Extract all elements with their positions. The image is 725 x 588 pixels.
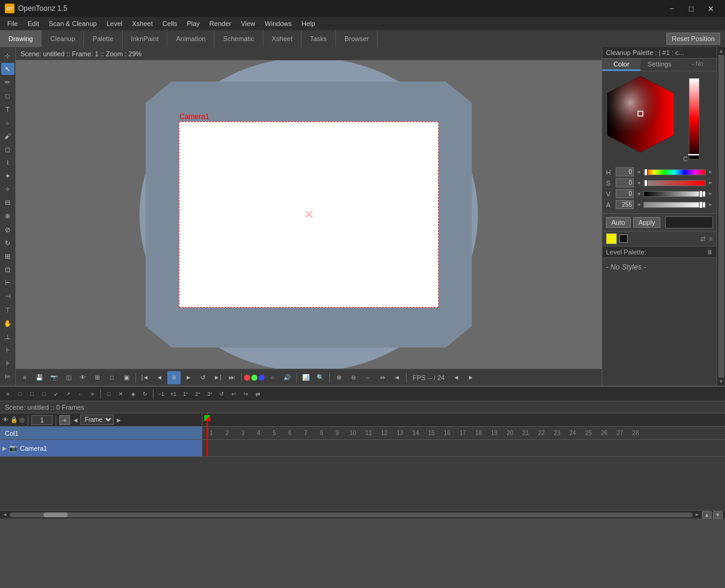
play-icon[interactable]: ► — [182, 371, 195, 384]
h-arrow-right[interactable]: ► — [708, 169, 713, 175]
frame-next-icon[interactable]: ► — [115, 416, 122, 424]
tl-undo-icon[interactable]: ↩ — [228, 389, 239, 399]
zoom-in-btn[interactable]: ⊕ — [332, 371, 346, 384]
tl-toggle2-icon[interactable]: ◈ — [127, 389, 138, 399]
timeline-hscrollbar[interactable]: ◄ ► ▲ ▼ — [0, 510, 725, 519]
tool-magnify[interactable]: ⊤ — [1, 304, 14, 316]
h-slider-track[interactable] — [643, 169, 706, 175]
tool-plastic[interactable]: ⊢ — [1, 277, 14, 289]
tool-grid[interactable]: ⊥ — [1, 331, 14, 343]
tl-loop2-icon[interactable]: ↺ — [216, 389, 227, 399]
s-arrow-left[interactable]: ◄ — [636, 180, 641, 186]
sub-color-swatch[interactable] — [619, 234, 628, 243]
last-frame-icon[interactable]: ⏭ — [225, 371, 239, 384]
menu-item-cells[interactable]: Cells — [158, 17, 182, 30]
tl-load-icon[interactable]: □ — [39, 389, 50, 399]
h-value[interactable] — [616, 167, 634, 176]
toolbar-menu-icon[interactable]: ≡ — [18, 371, 31, 384]
apply-button[interactable]: Apply — [633, 217, 661, 228]
tool-extra2[interactable]: ⊧ — [1, 358, 14, 370]
tool-ruler[interactable]: ⊟ — [1, 197, 14, 209]
a-arrow-right[interactable]: ► — [708, 202, 713, 207]
tab-tasks[interactable]: Tasks — [301, 30, 336, 47]
hex-color-picker[interactable] — [606, 75, 675, 153]
tab-settings[interactable]: Settings — [640, 59, 678, 71]
flip-v-icon[interactable]: ⇔ — [376, 371, 389, 384]
tool-extra3[interactable]: ⊨ — [1, 371, 14, 383]
gradient-handle[interactable] — [688, 153, 700, 156]
audio-icon[interactable]: 🔊 — [280, 371, 294, 384]
fps-right-icon[interactable]: ► — [464, 371, 477, 384]
minimize-button[interactable]: − — [662, 0, 682, 17]
compare-icon[interactable]: ◫ — [62, 371, 75, 384]
tl-remove-icon[interactable]: ← — [75, 389, 86, 399]
tl-toggle-icon[interactable]: ≡ — [87, 389, 98, 399]
pause-icon[interactable]: ⏸ — [167, 371, 181, 384]
camera-toggle-icon[interactable]: ◎ — [19, 416, 25, 423]
tool-tape[interactable]: ⌇ — [1, 157, 14, 169]
step-back-icon[interactable]: ◄ — [153, 371, 166, 384]
tl-delete-col-icon[interactable]: ✕ — [115, 389, 126, 399]
menu-item-play[interactable]: Play — [182, 17, 204, 30]
main-color-swatch[interactable] — [606, 233, 617, 244]
histogram-icon[interactable]: 📊 — [299, 371, 312, 384]
tl-plus-icon[interactable]: +1 — [168, 389, 179, 399]
tool-bender[interactable]: ⊣ — [1, 291, 14, 303]
fps-left-icon[interactable]: ◄ — [450, 371, 463, 384]
tool-zoom[interactable]: ⊘ — [1, 224, 14, 236]
level-view-icon[interactable]: □ — [105, 371, 118, 384]
tool-pointer[interactable]: ↖ — [1, 63, 14, 75]
channel-green-icon[interactable] — [251, 375, 257, 381]
a-slider-handle[interactable] — [699, 201, 703, 208]
tool-paint[interactable]: 🖌 — [1, 130, 14, 142]
tl-collapse-icon[interactable]: ↙ — [51, 389, 62, 399]
tl-redo-icon[interactable]: ↪ — [240, 389, 251, 399]
scrollbar-down-arrow[interactable]: ▼ — [719, 379, 724, 384]
frame-counter[interactable] — [31, 415, 53, 425]
maximize-button[interactable]: □ — [682, 0, 701, 17]
channel-blue-icon[interactable] — [259, 375, 265, 381]
tl-refresh-icon[interactable]: ↻ — [140, 389, 150, 399]
tl-minus-icon[interactable]: −1 — [156, 389, 167, 399]
zoom-out-btn[interactable]: ⊖ — [347, 371, 360, 384]
h-arrow-left[interactable]: ◄ — [636, 169, 641, 175]
swatch-menu-icon[interactable]: ≡ — [709, 235, 713, 242]
tool-rotate[interactable]: ↻ — [1, 237, 14, 249]
tl-2x-icon[interactable]: 2ˢ — [192, 389, 203, 399]
close-button[interactable]: ✕ — [701, 0, 720, 17]
scrollbar-up-arrow[interactable]: ▲ — [719, 48, 724, 54]
lock-toggle-icon[interactable]: 🔒 — [10, 416, 18, 423]
color-gradient-bar[interactable] — [689, 78, 700, 160]
reset-position-button[interactable]: Reset Position — [666, 33, 720, 45]
s-slider-handle[interactable] — [644, 179, 648, 187]
tool-brush[interactable]: ✏ — [1, 76, 14, 88]
camera-icon[interactable]: 📷 — [9, 444, 18, 452]
s-value[interactable] — [616, 178, 634, 187]
scroll-zoom-btn2[interactable]: ▼ — [713, 511, 723, 519]
tool-extra1[interactable]: ⊦ — [1, 344, 14, 356]
tab-schematic[interactable]: Schematic — [214, 30, 263, 47]
v-arrow-right[interactable]: ► — [708, 191, 713, 196]
tool-picker[interactable]: ✦ — [1, 170, 14, 182]
scrollbar-thumb[interactable] — [718, 55, 724, 378]
h-slider-handle[interactable] — [644, 169, 648, 176]
frame-view-icon[interactable]: ⊞ — [91, 371, 104, 384]
tl-menu-icon[interactable]: ≡ — [2, 389, 13, 399]
tab-drawing[interactable]: Drawing — [0, 30, 42, 47]
tool-skeleton[interactable]: ⊡ — [1, 264, 14, 276]
frame-type-select[interactable]: Frame — [80, 415, 114, 425]
hscroll-track[interactable] — [10, 512, 692, 517]
tab-color[interactable]: Color — [602, 59, 640, 71]
swap-colors-icon[interactable]: ⇄ — [700, 235, 706, 243]
menu-item-view[interactable]: View — [236, 17, 260, 30]
tool-shape[interactable]: □ — [1, 89, 14, 102]
v-slider-track[interactable] — [643, 191, 706, 197]
menu-item-edit[interactable]: Edit — [23, 17, 44, 30]
frame-prev-icon[interactable]: ◄ — [72, 416, 79, 424]
camera-row-collapse-icon[interactable]: ▶ — [2, 445, 7, 451]
tool-pan[interactable]: ✋ — [1, 317, 14, 329]
loop-icon[interactable]: ↺ — [196, 371, 210, 384]
tl-3x-icon[interactable]: 3ˢ — [204, 389, 215, 399]
flip-h-icon[interactable]: ↔ — [361, 371, 375, 384]
tab-palette[interactable]: Palette — [84, 30, 122, 47]
